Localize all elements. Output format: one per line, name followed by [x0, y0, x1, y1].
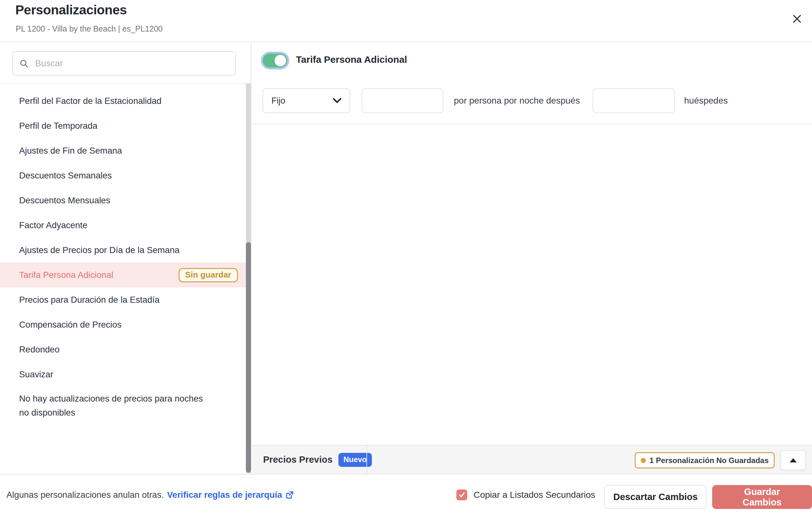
previous-prices-label: Precios Previos: [263, 454, 332, 465]
search-icon: [19, 59, 29, 68]
bar-divider: [367, 446, 367, 474]
sidebar-item-price-offset[interactable]: Compensación de Precios: [0, 312, 251, 337]
guests-text: huéspedes: [684, 88, 728, 113]
rate-type-value: Fijo: [271, 96, 285, 106]
sidebar-item-extra-guest-fee[interactable]: Tarifa Persona Adicional Sin guardar: [0, 263, 251, 287]
external-link-icon: [285, 490, 294, 499]
caret-up-icon: [790, 458, 797, 462]
close-icon: [791, 13, 803, 25]
hierarchy-note: Algunas personalizaciones anulan otras. …: [6, 475, 294, 515]
toggle-pill: [263, 54, 287, 67]
sidebar-item-smoothing[interactable]: Suavizar: [0, 362, 251, 387]
save-changes-button[interactable]: Guardar Cambios: [712, 485, 812, 509]
sidebar-item-rounding[interactable]: Redondeo: [0, 337, 251, 362]
sidebar-scrollbar-thumb[interactable]: [246, 242, 251, 473]
sidebar-item-season-profile[interactable]: Perfil de Temporada: [0, 114, 251, 138]
copy-checkbox[interactable]: [456, 489, 467, 501]
guest-threshold-input[interactable]: [592, 88, 675, 113]
sidebar-item-los-pricing[interactable]: Precios para Duración de la Estadía: [0, 287, 251, 312]
collapse-panel-button[interactable]: [780, 450, 806, 470]
previous-prices-group[interactable]: Precios Previos Nuevo: [263, 446, 372, 474]
chevron-down-icon: [332, 97, 342, 104]
discard-changes-button[interactable]: Descartar Cambios: [604, 485, 706, 509]
unsaved-dot-icon: [641, 458, 646, 463]
modal-header: Personalizaciones PL 1200 - Villa by the…: [0, 0, 812, 42]
search-input[interactable]: [34, 58, 229, 69]
modal-footer: Algunas personalizaciones anulan otras. …: [0, 474, 812, 515]
sidebar-search-area: [0, 42, 251, 84]
unsaved-badge: Sin guardar: [179, 268, 238, 282]
rate-type-select[interactable]: Fijo: [262, 88, 350, 113]
content-divider: [252, 124, 812, 124]
listing-subtitle: PL 1200 - Villa by the Beach | es_PL1200: [16, 24, 163, 33]
sidebar-item-seasonality-profile[interactable]: Perfil del Factor de la Estacionalidad: [0, 89, 251, 114]
hierarchy-note-text: Algunas personalizaciones anulan otras.: [6, 490, 164, 500]
section-title: Tarifa Persona Adicional: [296, 54, 407, 65]
copy-checkbox-label: Copiar a Listados Secundarios: [474, 490, 595, 500]
previous-prices-bar: Precios Previos Nuevo 1 Personalización …: [252, 445, 812, 474]
extra-guest-fee-toggle[interactable]: [261, 52, 289, 69]
close-button[interactable]: [790, 11, 804, 26]
hierarchy-rules-link[interactable]: Verificar reglas de jerarquía: [167, 490, 294, 500]
sidebar-item-monthly-discounts[interactable]: Descuentos Mensuales: [0, 188, 251, 213]
per-person-text: por persona por noche después: [454, 88, 580, 113]
search-box[interactable]: [12, 51, 236, 75]
unsaved-customizations-button[interactable]: 1 Personalización No Guardadas: [635, 452, 775, 468]
customizations-sidebar: Perfil del Factor de la Estacionalidad P…: [0, 42, 251, 474]
toggle-knob: [274, 55, 286, 66]
copy-to-child-listings: Copiar a Listados Secundarios: [456, 475, 595, 515]
customizations-list: Perfil del Factor de la Estacionalidad P…: [0, 84, 251, 424]
check-icon: [458, 491, 466, 499]
page-title: Personalizaciones: [15, 3, 126, 18]
sidebar-item-day-of-week-adjustments[interactable]: Ajustes de Precios por Día de la Semana: [0, 238, 251, 263]
sidebar-item-weekend-adjustments[interactable]: Ajustes de Fin de Semana: [0, 138, 251, 163]
sidebar-item-adjacent-factor[interactable]: Factor Adyacente: [0, 213, 251, 238]
fee-amount-input[interactable]: [362, 88, 443, 113]
sidebar-item-weekly-discounts[interactable]: Descuentos Semanales: [0, 163, 251, 188]
sidebar-item-no-price-updates[interactable]: No hay actualizaciones de precios para n…: [0, 387, 251, 424]
unsaved-count-label: 1 Personalización No Guardadas: [650, 456, 768, 465]
